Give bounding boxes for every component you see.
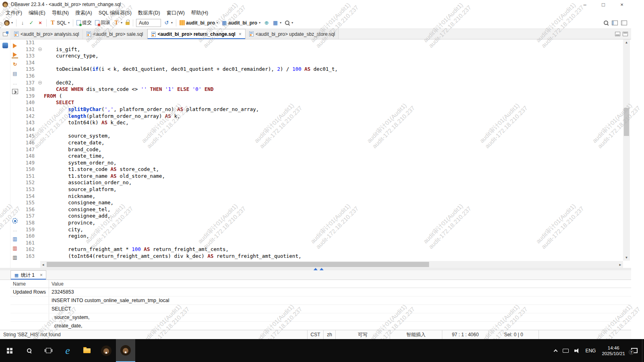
taskbar-search-button[interactable] (19, 339, 39, 362)
grid-view-button[interactable]: ▦ ▾ (271, 19, 283, 27)
taskbar-clock[interactable]: 14:46 2025/10/21 (599, 339, 628, 362)
input-language-button[interactable]: ENG (582, 339, 599, 362)
tab-close-icon[interactable]: × (40, 272, 43, 278)
code-line[interactable]: 156 consignee_tel, (19, 206, 623, 213)
scroll-right-icon[interactable]: ► (619, 263, 622, 266)
maximize-view-icon[interactable] (623, 32, 628, 36)
menu-item[interactable]: SQL 编辑器(S) (95, 9, 135, 17)
rollback-quick-button[interactable]: × (36, 19, 45, 27)
code-line[interactable]: 155 consignee_name, (19, 200, 623, 206)
start-button[interactable] (0, 339, 19, 362)
save-doc-icon[interactable]: ▥ (12, 236, 18, 242)
code-view[interactable]: 131132 is_gift,133 currency_type,134135 … (19, 39, 623, 261)
database-navigator-icon[interactable] (2, 43, 8, 48)
perspective-button[interactable] (610, 20, 619, 26)
code-line[interactable]: 153 source_platform, (19, 186, 623, 193)
transaction-mode-button[interactable]: T ▾ (112, 19, 124, 27)
scroll-down-icon[interactable]: ▼ (623, 256, 630, 259)
volume-button[interactable] (572, 339, 582, 362)
code-line[interactable]: 132 is_gift, (19, 46, 623, 53)
code-line[interactable]: 145 source_system, (19, 133, 623, 140)
editor-tab[interactable]: <audit_bi_pro> return_change.sql× (147, 29, 246, 39)
perspective-alt-button[interactable] (619, 20, 629, 26)
code-line[interactable]: 148 create_time, (19, 153, 623, 160)
results-tab-stats[interactable]: ▦ 统计 1 × (10, 270, 46, 280)
table-row[interactable]: SELECT (10, 305, 631, 313)
explorer-taskbar-button[interactable] (77, 339, 97, 362)
code-line[interactable]: 140 SELECT (19, 99, 623, 106)
code-line[interactable]: 163 (toInt64(return_freight_amt_cents) d… (19, 253, 623, 260)
column-header-value[interactable]: Value (49, 281, 631, 287)
code-line[interactable]: 136 (19, 73, 623, 80)
ie-taskbar-button[interactable]: e (58, 339, 77, 362)
rail-overflow-icon[interactable]: … (12, 226, 18, 233)
code-line[interactable]: 139FROM ( (19, 93, 623, 100)
rollback-button[interactable]: 回滚 (93, 19, 112, 27)
quick-access-search-button[interactable] (602, 19, 610, 26)
commit-mode-select[interactable]: Auto (136, 19, 161, 27)
minimize-view-icon[interactable] (615, 32, 620, 36)
code-line[interactable]: 137 dec02, (19, 80, 623, 86)
horizontal-scroll-thumb[interactable] (47, 262, 429, 267)
settings-gear-icon[interactable] (12, 218, 18, 224)
menu-item[interactable]: 文件(F) (2, 9, 25, 17)
menu-item[interactable]: 帮助(H) (188, 9, 211, 17)
editor-tab[interactable]: <audit_bi_pro> sale.sql (83, 29, 147, 39)
open-connection-button[interactable]: ▾ (2, 19, 14, 27)
transaction-log-button[interactable]: ↺ ▾ (162, 19, 174, 27)
tray-expand-button[interactable] (551, 339, 560, 362)
transaction-lock-button[interactable] (124, 20, 131, 26)
explain-plan-icon[interactable]: ↻ (12, 61, 18, 68)
dbeaver-taskbar-button[interactable] (97, 339, 116, 362)
scroll-up-icon[interactable]: ▲ (623, 41, 630, 44)
table-row[interactable]: INSERT INTO custom_online_sale_return_tm… (10, 296, 631, 305)
code-line[interactable]: 133 currency_type, (19, 53, 623, 60)
menu-item[interactable]: 导航(N) (49, 9, 72, 17)
commit-quick-button[interactable]: ✓ (27, 19, 36, 27)
task-view-button[interactable] (39, 339, 58, 362)
touch-keyboard-button[interactable] (560, 339, 572, 362)
table-row[interactable]: source_system, (10, 313, 631, 322)
edit-doc-icon[interactable]: ▥ (12, 254, 18, 261)
toolbar-search-button[interactable]: ▾ (283, 19, 295, 26)
dbeaver-taskbar-button-active[interactable] (116, 339, 135, 362)
code-line[interactable]: 158 province, (19, 220, 623, 226)
commit-button[interactable]: 提交 (75, 19, 93, 27)
code-line[interactable]: 131 (19, 39, 623, 46)
fold-collapse-icon[interactable] (38, 81, 42, 84)
code-line[interactable]: 152 association_order_no, (19, 179, 623, 186)
code-line[interactable]: 146 create_date, (19, 140, 623, 146)
code-line[interactable]: 141 splitByChar(',', platform_order_no) … (19, 106, 623, 113)
rail-overflow-icon[interactable]: … (12, 80, 18, 86)
execute-script-icon[interactable] (12, 52, 18, 58)
code-line[interactable]: 162 return_freight_amt * 100 AS return_f… (19, 246, 623, 253)
code-line[interactable]: 154 nickname, (19, 193, 623, 200)
network-button[interactable]: ⊕ (262, 19, 271, 27)
menu-item[interactable]: 数据库(D) (135, 9, 163, 17)
maximize-button[interactable]: □ (594, 0, 613, 9)
code-line[interactable]: 134 (19, 60, 623, 66)
code-line[interactable]: 160 region, (19, 233, 623, 240)
code-line[interactable]: 157 consignee_add, (19, 213, 623, 220)
restore-view-icon[interactable] (3, 32, 8, 36)
code-line[interactable]: 135 toDecimal64(if(i < k, dec01_quotient… (19, 66, 623, 73)
menu-item[interactable]: 搜索(A) (72, 9, 95, 17)
code-line[interactable]: 161 (19, 240, 623, 247)
script-list-icon[interactable]: ▤ (12, 70, 18, 77)
vertical-scrollbar[interactable]: ▲ ▼ (623, 39, 630, 261)
code-line[interactable]: 149 system_order_no, (19, 160, 623, 167)
minimize-button[interactable]: – (576, 0, 594, 9)
horizontal-scrollbar[interactable]: ◄ ► (40, 261, 623, 268)
code-line[interactable]: 143 toInt64(k) AS k_dec, (19, 119, 623, 126)
vertical-scroll-thumb[interactable] (624, 108, 629, 136)
code-line[interactable]: 150 t1.store_code AS store_code_t, (19, 166, 623, 173)
fold-collapse-icon[interactable] (38, 47, 42, 51)
menu-item[interactable]: 窗口(W) (163, 9, 188, 17)
output-console-icon[interactable] (12, 89, 18, 94)
delete-doc-icon[interactable]: ▥ (12, 245, 18, 251)
code-line[interactable]: 138 CASE WHEN dis_store_code <> '' THEN … (19, 86, 623, 93)
show-desktop-button[interactable] (642, 339, 644, 362)
code-line[interactable]: 144 (19, 126, 623, 133)
code-line[interactable]: 159 city, (19, 226, 623, 233)
table-row[interactable]: Updated Rows23245853 (10, 288, 631, 296)
